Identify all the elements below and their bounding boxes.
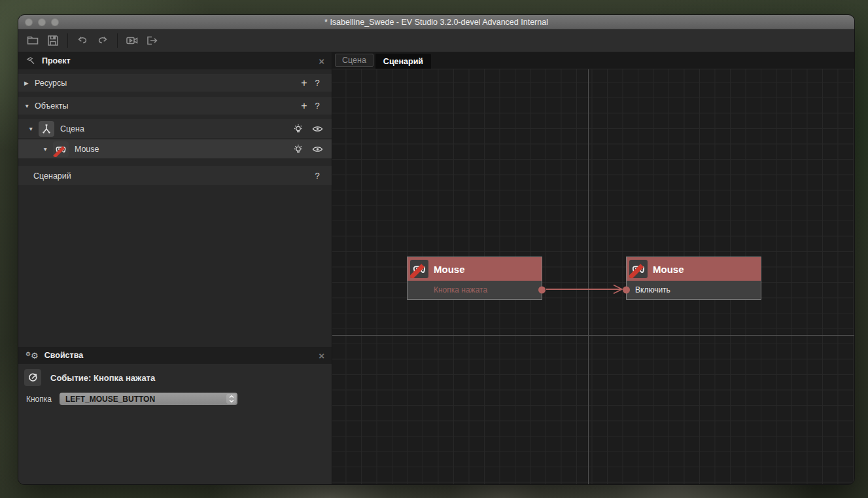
title-bar[interactable]: * Isabelline_Swede - EV Studio 3.2.0-dev…	[18, 15, 854, 29]
node-mouse-event[interactable]: Mouse Кнопка нажата	[407, 257, 542, 300]
mouse-button-select-value: LEFT_MOUSE_BUTTON	[65, 395, 155, 404]
node-graph-grid[interactable]: Mouse Кнопка нажата	[332, 69, 854, 485]
tree-row-mouse[interactable]: ▼ Mouse	[18, 139, 332, 158]
node-mouse-action[interactable]: Mouse Включить	[626, 257, 761, 300]
gears-icon: ⚙⚙	[26, 351, 39, 361]
gamepad-icon	[410, 260, 428, 278]
canvas-tab-bar: Сцена Сценарий	[332, 52, 854, 69]
app-window: * Isabelline_Swede - EV Studio 3.2.0-dev…	[18, 14, 855, 485]
main-area: Проект × ▶ Ресурсы + ? ▼ Объекты + ? ▼	[18, 52, 854, 485]
redo-icon	[96, 34, 109, 47]
button-field-row: Кнопка LEFT_MOUSE_BUTTON	[18, 393, 332, 405]
video-camera-icon	[125, 34, 139, 47]
node-title: Mouse	[434, 264, 465, 275]
origin-axis-horizontal	[332, 335, 854, 336]
undo-button[interactable]	[74, 32, 91, 49]
project-panel: Проект × ▶ Ресурсы + ? ▼ Объекты + ? ▼	[18, 52, 332, 485]
event-signal-icon	[24, 369, 41, 386]
gamepad-icon	[629, 260, 648, 278]
gamepad-icon	[53, 141, 69, 157]
window-title: * Isabelline_Swede - EV Studio 3.2.0-dev…	[18, 15, 854, 29]
resources-label: Ресурсы	[35, 79, 67, 88]
scenario-help-button[interactable]: ?	[311, 171, 324, 181]
lightbulb-toggle-icon[interactable]	[292, 123, 304, 135]
input-port-label: Включить	[635, 285, 670, 294]
eye-visibility-icon[interactable]	[311, 143, 324, 155]
tree-row-resources[interactable]: ▶ Ресурсы + ?	[18, 74, 332, 92]
traffic-lights	[25, 18, 59, 26]
folder-icon	[26, 34, 39, 47]
node-port-row: Включить	[627, 281, 761, 299]
expand-caret-icon[interactable]: ▼	[43, 146, 53, 152]
mouse-button-select[interactable]: LEFT_MOUSE_BUTTON	[60, 393, 237, 405]
toolbar-separator	[67, 33, 68, 48]
panel-empty-space	[18, 185, 332, 347]
close-window-button[interactable]	[25, 18, 33, 26]
undo-icon	[76, 34, 89, 47]
save-icon	[46, 34, 60, 47]
objects-help-button[interactable]: ?	[311, 101, 324, 111]
input-port[interactable]	[623, 287, 630, 294]
add-resource-button[interactable]: +	[298, 77, 311, 89]
add-object-button[interactable]: +	[298, 100, 311, 112]
collapse-caret-icon[interactable]: ▶	[24, 80, 35, 86]
resources-help-button[interactable]: ?	[311, 78, 324, 88]
preview-run-button[interactable]	[124, 32, 141, 49]
properties-panel-header: ⚙⚙ Свойства ×	[18, 347, 332, 364]
button-field-label: Кнопка	[26, 395, 60, 404]
export-button[interactable]	[144, 32, 161, 49]
scenario-label: Сценарий	[33, 171, 71, 181]
close-panel-icon[interactable]: ×	[319, 351, 324, 361]
output-port-label: Кнопка нажата	[434, 285, 487, 294]
node-port-row: Кнопка нажата	[408, 281, 542, 299]
select-stepper-icon[interactable]	[226, 394, 236, 404]
edge-mouse-pressed-to-enable[interactable]	[546, 285, 622, 294]
properties-panel-title: Свойства	[44, 351, 83, 360]
event-title: Событие: Кнопка нажата	[50, 373, 155, 383]
save-button[interactable]	[44, 32, 61, 49]
origin-axis-vertical	[588, 69, 589, 485]
scene-label: Сцена	[60, 124, 84, 133]
tree-row-objects[interactable]: ▼ Объекты + ?	[18, 97, 332, 115]
expand-caret-icon[interactable]: ▼	[24, 103, 35, 109]
mouse-object-label: Mouse	[75, 145, 99, 154]
lightbulb-toggle-icon[interactable]	[292, 143, 304, 155]
eye-visibility-icon[interactable]	[311, 123, 324, 135]
hammer-icon	[26, 56, 36, 66]
scene-axis-icon	[39, 121, 54, 137]
project-panel-title: Проект	[42, 56, 71, 65]
open-project-button[interactable]	[24, 32, 41, 49]
redo-button[interactable]	[94, 32, 111, 49]
node-header[interactable]: Mouse	[408, 257, 542, 281]
tab-scene[interactable]: Сцена	[335, 54, 373, 67]
scenario-canvas: Сцена Сценарий	[332, 52, 854, 485]
project-panel-header: Проект ×	[18, 52, 332, 69]
node-header[interactable]: Mouse	[627, 257, 761, 281]
export-icon	[145, 34, 160, 47]
event-row: Событие: Кнопка нажата	[18, 364, 332, 386]
close-panel-icon[interactable]: ×	[319, 56, 324, 66]
expand-caret-icon[interactable]: ▼	[28, 126, 39, 132]
output-port[interactable]	[538, 287, 546, 294]
zoom-window-button[interactable]	[51, 18, 59, 26]
node-title: Mouse	[653, 264, 684, 275]
tab-scenario[interactable]: Сценарий	[375, 54, 431, 69]
objects-label: Объекты	[35, 101, 69, 111]
minimize-window-button[interactable]	[38, 18, 46, 26]
toolbar-separator	[117, 33, 118, 48]
tree-row-scene[interactable]: ▼ Сцена	[18, 119, 332, 138]
properties-body: Событие: Кнопка нажата Кнопка LEFT_MOUSE…	[18, 364, 332, 485]
tree-row-scenario[interactable]: Сценарий ?	[18, 166, 332, 185]
main-toolbar	[18, 29, 854, 52]
